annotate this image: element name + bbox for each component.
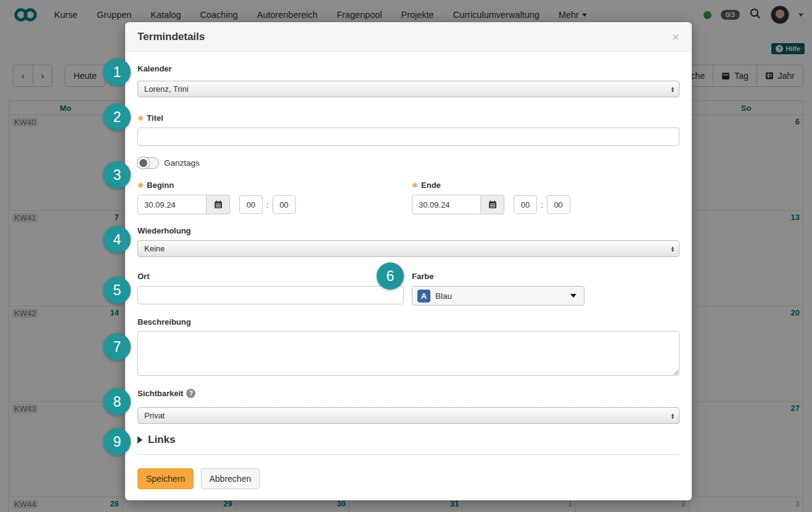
time-separator: : (541, 200, 543, 209)
ganztags-toggle[interactable] (137, 157, 159, 169)
tour-step-3[interactable]: 3 (104, 161, 131, 189)
beginn-minute-input[interactable] (273, 195, 296, 214)
required-icon: ✱ (412, 181, 418, 190)
tour-step-8[interactable]: 8 (104, 388, 131, 415)
farbe-dropdown[interactable]: A Blau (412, 286, 584, 306)
time-separator: : (266, 200, 269, 209)
kalender-label: Kalender (137, 64, 679, 73)
titel-label: Titel (147, 113, 163, 123)
sichtbarkeit-selected-value: Privat (144, 411, 165, 420)
beschreibung-field-group: Beschreibung (137, 317, 679, 327)
calendar-icon (488, 200, 497, 209)
ende-date-input[interactable] (412, 195, 481, 214)
dropdown-caret-icon (570, 294, 576, 298)
tour-step-4[interactable]: 4 (104, 226, 131, 253)
ort-label: Ort (137, 272, 412, 281)
tour-step-7[interactable]: 7 (104, 333, 131, 360)
close-icon[interactable]: × (672, 30, 679, 43)
ort-farbe-labels-row: Ort Farbe (137, 272, 679, 281)
ort-farbe-inputs-row: A Blau (137, 286, 679, 306)
tour-step-9[interactable]: 9 (104, 428, 131, 455)
ganztags-label: Ganztags (164, 158, 200, 168)
datetime-inputs-row: : : (137, 195, 679, 214)
titel-input[interactable] (137, 128, 679, 146)
links-section: Links (137, 434, 679, 455)
sichtbarkeit-select-wrap: Privat (137, 407, 679, 424)
beginn-date-input[interactable] (137, 195, 207, 214)
tour-step-6[interactable]: 6 (377, 262, 404, 290)
save-button[interactable]: Speichern (137, 468, 194, 489)
beginn-datepicker-button[interactable] (207, 195, 230, 214)
beginn-hour-input[interactable] (239, 195, 263, 214)
required-icon: ✱ (137, 114, 144, 123)
calendar-icon (214, 200, 223, 209)
datetime-labels-row: ✱ Beginn ✱ Ende (137, 181, 679, 190)
wiederholung-field-group: Wiederholung (137, 226, 679, 235)
ende-datepicker-button[interactable] (481, 195, 504, 214)
titel-input-wrap (137, 128, 679, 146)
ganztags-row: Ganztags (137, 157, 679, 169)
farbe-selected-value: Blau (435, 291, 452, 301)
ort-input[interactable] (137, 286, 404, 304)
termindetails-modal: Termindetails × Kalender Lorenz, Trini ✱… (125, 22, 692, 500)
sichtbarkeit-help-icon[interactable]: ? (186, 389, 195, 398)
beschreibung-textarea[interactable] (137, 331, 679, 376)
sichtbarkeit-label: Sichtbarkeit (137, 389, 183, 398)
beschreibung-label: Beschreibung (137, 317, 679, 327)
kalender-select[interactable]: Lorenz, Trini (137, 81, 679, 97)
links-label: Links (148, 434, 175, 446)
toggle-knob (137, 157, 149, 169)
kalender-field-group: Kalender (137, 64, 679, 73)
beginn-label: Beginn (147, 181, 174, 190)
wiederholung-select-wrap: Keine (137, 240, 679, 257)
tour-step-2[interactable]: 2 (104, 104, 131, 131)
kalender-selected-value: Lorenz, Trini (144, 84, 189, 94)
ende-hour-input[interactable] (514, 195, 537, 214)
sichtbarkeit-select[interactable]: Privat (137, 407, 679, 424)
divider (137, 454, 679, 455)
wiederholung-label: Wiederholung (137, 226, 679, 235)
tour-step-1[interactable]: 1 (104, 59, 131, 86)
ende-minute-input[interactable] (547, 195, 570, 214)
wiederholung-select[interactable]: Keine (137, 240, 679, 257)
modal-title: Termindetails (137, 31, 205, 43)
wiederholung-selected-value: Keine (144, 244, 165, 253)
sichtbarkeit-field-group: Sichtbarkeit ? (137, 389, 679, 398)
required-icon: ✱ (137, 181, 144, 190)
ende-label: Ende (421, 181, 441, 190)
cancel-button[interactable]: Abbrechen (201, 468, 260, 489)
modal-footer: Speichern Abbrechen (137, 468, 679, 489)
tour-step-5[interactable]: 5 (104, 277, 131, 304)
beschreibung-textarea-wrap (137, 331, 679, 378)
kalender-select-wrap: Lorenz, Trini (137, 81, 679, 97)
collapse-arrow-icon (137, 436, 142, 444)
modal-header: Termindetails × (125, 22, 692, 52)
farbe-label: Farbe (412, 272, 433, 281)
titel-field-group: ✱ Titel (137, 113, 679, 123)
links-collapse-header[interactable]: Links (137, 434, 679, 446)
color-chip-icon: A (417, 290, 430, 303)
